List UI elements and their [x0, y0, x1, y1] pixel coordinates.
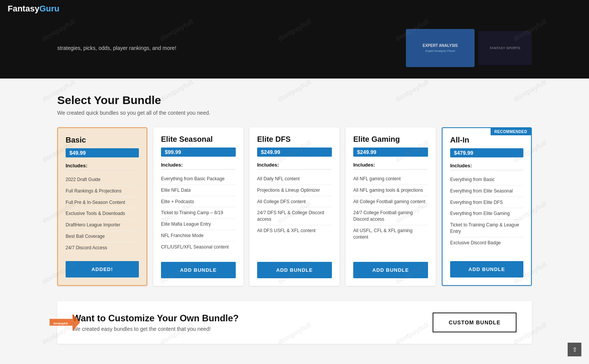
feature-item: Elite NFL Data — [161, 185, 236, 196]
bundles-grid: Basic$49.99Includes:2022 Draft GuideFull… — [57, 127, 532, 286]
feature-item: Everything from Elite DFS — [450, 197, 523, 208]
feature-item: Exclusive Discord Badge — [450, 237, 523, 249]
hero-banner: strategies, picks, odds, player rankings… — [0, 18, 589, 79]
section-subtitle: We created quick bundles so you get all … — [57, 110, 532, 116]
feature-item: 24/7 DFS NFL & College Discord access — [257, 207, 332, 225]
bundle-name-elite-dfs: Elite DFS — [257, 135, 332, 144]
feature-item: Ticket to Training Camp – 8/19 — [161, 207, 236, 219]
main-content: Select Your Bundle We created quick bund… — [0, 79, 589, 364]
scroll-to-top-button[interactable]: ⇧ — [568, 343, 581, 356]
feature-item: All NFL gaming tools & projections — [353, 185, 428, 196]
add-bundle-button-elite-gaming[interactable]: ADD BUNDLE — [353, 262, 428, 278]
hero-image-1: EXPERT ANALYSIS Expert Analysis Panel — [406, 29, 475, 67]
bundle-price-elite-gaming: $249.99 — [353, 148, 428, 157]
feature-item: Full Rankings & Projections — [66, 186, 139, 197]
hero-description: strategies, picks, odds, player rankings… — [57, 45, 176, 51]
bundle-price-elite-dfs: $249.99 — [257, 148, 332, 157]
site-logo: FantasyGuru — [8, 4, 60, 14]
bundle-price-all-in: $479.99 — [450, 148, 523, 157]
custom-bundle-left: dontpayfull Want to Customize Your Own B… — [72, 313, 239, 332]
feature-item: NFL Franchise Mode — [161, 230, 236, 242]
feature-list-all-in: Everything from BasicEverything from Eli… — [450, 174, 523, 253]
custom-bundle-button[interactable]: CUSTOM BUNDLE — [433, 313, 517, 332]
feature-list-elite-seasonal: Everything from Basic PackageElite NFL D… — [161, 173, 236, 254]
feature-item: 24/7 Discord Access — [66, 242, 139, 253]
bundle-card-all-in: RECOMMENDEDAll-In$479.99Includes:Everyth… — [442, 127, 532, 286]
add-bundle-button-all-in[interactable]: ADD BUNDLE — [450, 261, 523, 277]
svg-text:dontpayfull: dontpayfull — [53, 322, 68, 325]
includes-label-elite-dfs: Includes: — [257, 162, 332, 170]
bundle-name-elite-seasonal: Elite Seasonal — [161, 135, 236, 144]
custom-bundle-title: Want to Customize Your Own Bundle? — [72, 313, 239, 324]
bundle-price-elite-seasonal: $99.99 — [161, 148, 236, 157]
includes-label-elite-gaming: Includes: — [353, 162, 428, 170]
custom-bundle-subtitle: We created easy bundles to get the conte… — [72, 326, 239, 332]
includes-label-elite-seasonal: Includes: — [161, 162, 236, 170]
section-title: Select Your Bundle — [57, 94, 532, 107]
custom-bundle-section: dontpayfull Want to Customize Your Own B… — [57, 301, 532, 344]
includes-label-basic: Includes: — [66, 163, 139, 170]
added-button-basic[interactable]: ADDED! — [66, 261, 139, 277]
hero-image-2: FANTASY SPORTS — [478, 31, 532, 65]
feature-item: All NFL gaming content — [353, 173, 428, 185]
bundle-card-basic: Basic$49.99Includes:2022 Draft GuideFull… — [57, 127, 147, 286]
feature-list-elite-dfs: All Daily NFL contentProjections & Lineu… — [257, 173, 332, 254]
bundle-name-basic: Basic — [66, 136, 139, 144]
arrow-icon: dontpayfull — [50, 312, 80, 333]
hero-images: EXPERT ANALYSIS Expert Analysis Panel FA… — [406, 29, 532, 67]
bundle-price-basic: $49.99 — [66, 148, 139, 157]
feature-item: All DFS USFL & XFL content — [257, 225, 332, 236]
feature-item: Everything from Basic Package — [161, 173, 236, 185]
feature-item: CFL/USFL/XFL Seasonal content — [161, 242, 236, 253]
bundle-name-all-in: All-In — [450, 136, 523, 144]
feature-item: All College Football gaming content — [353, 196, 428, 208]
feature-list-basic: 2022 Draft GuideFull Rankings & Projecti… — [66, 174, 139, 253]
feature-item: 2022 Draft Guide — [66, 174, 139, 186]
bundle-card-elite-gaming: Elite Gaming$249.99Includes:All NFL gami… — [346, 127, 436, 286]
feature-item: All College DFS content — [257, 196, 332, 208]
feature-item: All USFL, CFL & XFL gaming content — [353, 225, 428, 243]
add-bundle-button-elite-dfs[interactable]: ADD BUNDLE — [257, 262, 332, 278]
feature-item: Everything from Elite Gaming — [450, 208, 523, 220]
add-bundle-button-elite-seasonal[interactable]: ADD BUNDLE — [161, 262, 236, 278]
bundle-name-elite-gaming: Elite Gaming — [353, 135, 428, 144]
feature-item: Ticket to Training Camp & League Entry — [450, 220, 523, 237]
feature-item: Everything from Elite Seasonal — [450, 186, 523, 197]
bundle-card-elite-dfs: Elite DFS$249.99Includes:All Daily NFL c… — [249, 127, 340, 286]
feature-item: Exclusive Tools & Downloads — [66, 208, 139, 220]
feature-item: All Daily NFL content — [257, 173, 332, 185]
feature-item: Elite + Podcasts — [161, 196, 236, 208]
feature-item: Best Ball Coverage — [66, 231, 139, 242]
navbar: FantasyGuru — [0, 0, 589, 18]
feature-item: Projections & Lineup Optimizer — [257, 185, 332, 196]
includes-label-all-in: Includes: — [450, 163, 523, 170]
feature-list-elite-gaming: All NFL gaming contentAll NFL gaming too… — [353, 173, 428, 254]
feature-item: DraftHero League Importer — [66, 220, 139, 231]
bundle-card-elite-seasonal: Elite Seasonal$99.99Includes:Everything … — [153, 127, 243, 286]
feature-item: Full Pre & In-Season Content — [66, 197, 139, 208]
feature-item: 24/7 College Football gaming Discord acc… — [353, 207, 428, 225]
recommended-badge: RECOMMENDED — [491, 128, 531, 135]
feature-item: Elite Mafia League Entry — [161, 219, 236, 230]
feature-item: Everything from Basic — [450, 174, 523, 186]
